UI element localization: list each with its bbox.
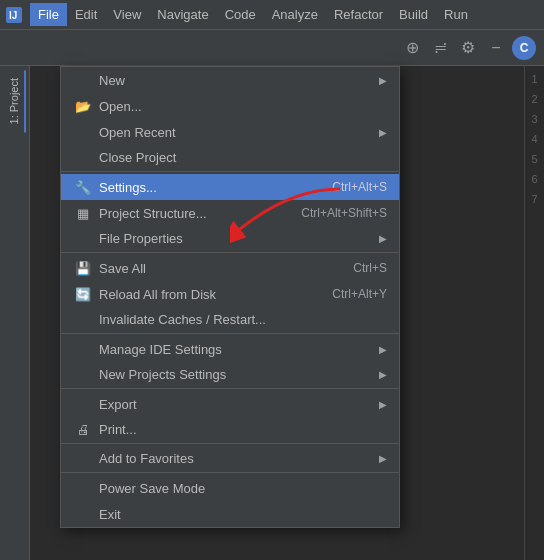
menu-item-open-label: Open... bbox=[99, 99, 387, 114]
menu-item-new-projects[interactable]: New Projects Settings ▶ bbox=[61, 362, 399, 389]
menu-item-close-project[interactable]: Close Project bbox=[61, 145, 399, 172]
menu-item-save-all-label: Save All bbox=[99, 261, 333, 276]
export-arrow: ▶ bbox=[379, 399, 387, 410]
menu-item-reload[interactable]: 🔄 Reload All from Disk Ctrl+Alt+Y bbox=[61, 281, 399, 307]
sidebar-tab-project[interactable]: 1: Project bbox=[4, 70, 26, 132]
menu-item-manage-ide[interactable]: Manage IDE Settings ▶ bbox=[61, 336, 399, 362]
menu-analyze[interactable]: Analyze bbox=[264, 3, 326, 26]
reload-shortcut: Ctrl+Alt+Y bbox=[332, 287, 387, 301]
menu-item-new[interactable]: New ▶ bbox=[61, 67, 399, 93]
menu-item-file-properties[interactable]: File Properties ▶ bbox=[61, 226, 399, 253]
menu-item-project-structure-label: Project Structure... bbox=[99, 206, 281, 221]
menu-item-reload-label: Reload All from Disk bbox=[99, 287, 312, 302]
menu-item-add-favorites-label: Add to Favorites bbox=[99, 451, 379, 466]
menu-item-new-label: New bbox=[99, 73, 379, 88]
settings-shortcut: Ctrl+Alt+S bbox=[332, 180, 387, 194]
menu-item-power-save[interactable]: Power Save Mode bbox=[61, 475, 399, 501]
menu-run[interactable]: Run bbox=[436, 3, 476, 26]
menu-item-settings-label: Settings... bbox=[99, 180, 312, 195]
new-arrow: ▶ bbox=[379, 75, 387, 86]
menu-item-settings[interactable]: 🔧 Settings... Ctrl+Alt+S bbox=[61, 174, 399, 200]
manage-ide-arrow: ▶ bbox=[379, 344, 387, 355]
menu-item-invalidate[interactable]: Invalidate Caches / Restart... bbox=[61, 307, 399, 334]
line-2: 2 bbox=[531, 90, 537, 108]
toolbar-target-icon[interactable]: ⊕ bbox=[400, 36, 424, 60]
open-recent-arrow: ▶ bbox=[379, 127, 387, 138]
project-structure-icon: ▦ bbox=[73, 206, 93, 221]
line-number-gutter: 1 2 3 4 5 6 7 bbox=[524, 66, 544, 560]
toolbar: ⊕ ≓ ⚙ − C bbox=[0, 30, 544, 66]
settings-icon: 🔧 bbox=[73, 180, 93, 195]
menu-item-open-recent[interactable]: Open Recent ▶ bbox=[61, 119, 399, 145]
menu-view[interactable]: View bbox=[105, 3, 149, 26]
menu-navigate[interactable]: Navigate bbox=[149, 3, 216, 26]
menu-item-project-structure[interactable]: ▦ Project Structure... Ctrl+Alt+Shift+S bbox=[61, 200, 399, 226]
toolbar-user-avatar[interactable]: C bbox=[512, 36, 536, 60]
menu-item-power-save-label: Power Save Mode bbox=[99, 481, 387, 496]
menu-item-invalidate-label: Invalidate Caches / Restart... bbox=[99, 312, 387, 327]
menu-code[interactable]: Code bbox=[217, 3, 264, 26]
menu-item-print-label: Print... bbox=[99, 422, 387, 437]
save-all-shortcut: Ctrl+S bbox=[353, 261, 387, 275]
line-1: 1 bbox=[531, 70, 537, 88]
add-favorites-arrow: ▶ bbox=[379, 453, 387, 464]
main-area: 1: Project New ▶ 📂 Open... Open Recent ▶… bbox=[0, 66, 544, 560]
menu-item-close-project-label: Close Project bbox=[99, 150, 387, 165]
app-logo: IJ bbox=[4, 5, 24, 25]
line-3: 3 bbox=[531, 110, 537, 128]
menu-item-export-label: Export bbox=[99, 397, 379, 412]
menubar: IJ File Edit View Navigate Code Analyze … bbox=[0, 0, 544, 30]
menu-item-exit-label: Exit bbox=[99, 507, 387, 522]
toolbar-minimize-icon[interactable]: − bbox=[484, 36, 508, 60]
menu-item-file-properties-label: File Properties bbox=[99, 231, 379, 246]
menu-item-print[interactable]: 🖨 Print... bbox=[61, 417, 399, 444]
menu-item-save-all[interactable]: 💾 Save All Ctrl+S bbox=[61, 255, 399, 281]
toolbar-sync-icon[interactable]: ≓ bbox=[428, 36, 452, 60]
reload-icon: 🔄 bbox=[73, 287, 93, 302]
menu-item-add-favorites[interactable]: Add to Favorites ▶ bbox=[61, 446, 399, 473]
line-6: 6 bbox=[531, 170, 537, 188]
menu-refactor[interactable]: Refactor bbox=[326, 3, 391, 26]
project-structure-shortcut: Ctrl+Alt+Shift+S bbox=[301, 206, 387, 220]
file-dropdown-menu: New ▶ 📂 Open... Open Recent ▶ Close Proj… bbox=[60, 66, 400, 528]
line-5: 5 bbox=[531, 150, 537, 168]
menu-item-open[interactable]: 📂 Open... bbox=[61, 93, 399, 119]
menu-item-exit[interactable]: Exit bbox=[61, 501, 399, 527]
toolbar-settings-icon[interactable]: ⚙ bbox=[456, 36, 480, 60]
print-icon: 🖨 bbox=[73, 422, 93, 437]
svg-text:IJ: IJ bbox=[9, 10, 17, 21]
file-properties-arrow: ▶ bbox=[379, 233, 387, 244]
line-4: 4 bbox=[531, 130, 537, 148]
save-all-icon: 💾 bbox=[73, 261, 93, 276]
menu-item-manage-ide-label: Manage IDE Settings bbox=[99, 342, 379, 357]
line-7: 7 bbox=[531, 190, 537, 208]
menu-file[interactable]: File bbox=[30, 3, 67, 26]
menu-item-new-projects-label: New Projects Settings bbox=[99, 367, 379, 382]
menu-edit[interactable]: Edit bbox=[67, 3, 105, 26]
sidebar: 1: Project bbox=[0, 66, 30, 560]
open-icon: 📂 bbox=[73, 99, 93, 114]
menu-item-export[interactable]: Export ▶ bbox=[61, 391, 399, 417]
menu-item-open-recent-label: Open Recent bbox=[99, 125, 379, 140]
menu-build[interactable]: Build bbox=[391, 3, 436, 26]
new-projects-arrow: ▶ bbox=[379, 369, 387, 380]
